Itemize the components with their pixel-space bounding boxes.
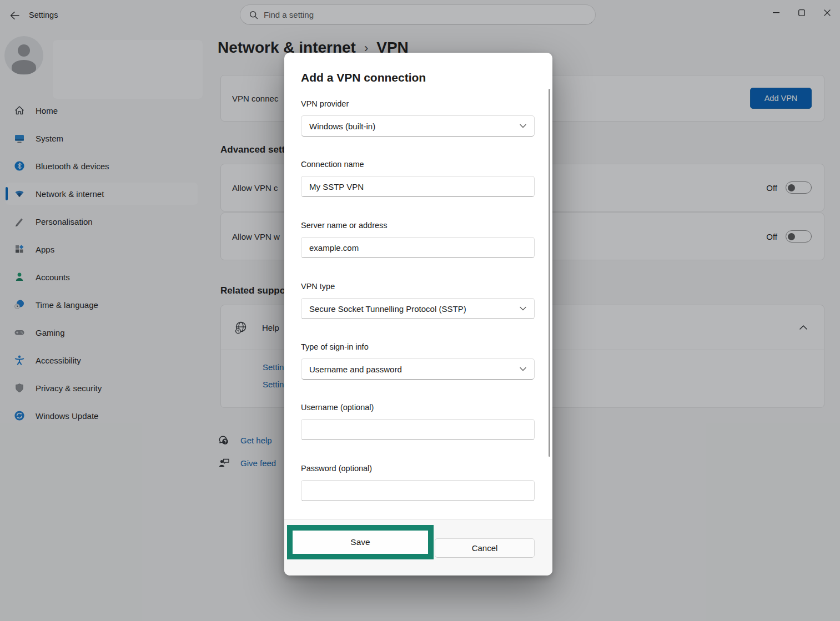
add-vpn-dialog: Add a VPN connection VPN provider Window…	[284, 53, 552, 575]
username-label: Username (optional)	[301, 403, 374, 412]
dialog-title: Add a VPN connection	[301, 71, 426, 84]
chevron-down-icon	[520, 367, 526, 371]
signin-type-select[interactable]: Username and password	[301, 359, 535, 380]
save-highlight-box: Save	[287, 525, 434, 559]
vpn-type-label: VPN type	[301, 282, 335, 291]
connection-name-input[interactable]	[301, 176, 535, 197]
chevron-down-icon	[520, 306, 526, 311]
chevron-down-icon	[520, 124, 526, 128]
vpn-type-select[interactable]: Secure Socket Tunnelling Protocol (SSTP)	[301, 298, 535, 319]
signin-type-value: Username and password	[309, 365, 402, 374]
vpn-provider-label: VPN provider	[301, 99, 349, 108]
cancel-button[interactable]: Cancel	[435, 538, 535, 558]
vpn-provider-select[interactable]: Windows (built-in)	[301, 115, 535, 137]
save-button[interactable]: Save	[293, 531, 428, 554]
signin-type-label: Type of sign-in info	[301, 342, 369, 351]
password-input[interactable]	[301, 480, 535, 501]
server-address-input[interactable]	[301, 237, 535, 258]
vpn-type-value: Secure Socket Tunnelling Protocol (SSTP)	[309, 304, 466, 314]
dialog-footer: Save Cancel	[284, 519, 552, 575]
server-address-label: Server name or address	[301, 221, 388, 230]
password-label: Password (optional)	[301, 464, 372, 473]
connection-name-label: Connection name	[301, 160, 364, 169]
vpn-provider-value: Windows (built-in)	[309, 122, 375, 131]
username-input[interactable]	[301, 419, 535, 440]
dialog-scrollbar[interactable]	[549, 89, 550, 457]
